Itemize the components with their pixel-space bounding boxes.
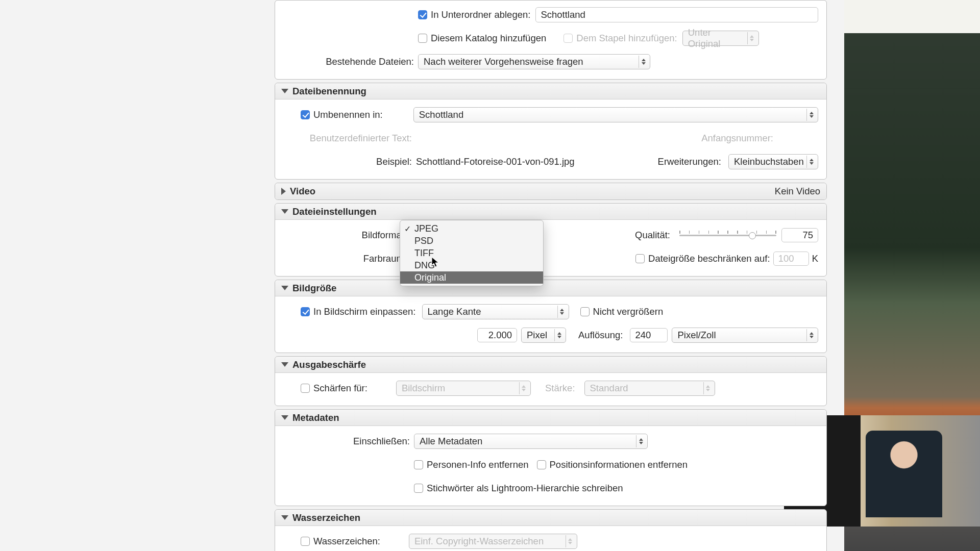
- example-value: Schottland-Fotoreise-001-von-091.jpg: [416, 156, 575, 167]
- fit-type-select[interactable]: Lange Kante: [422, 304, 569, 319]
- watermark-label: Wasserzeichen:: [313, 536, 380, 547]
- image-format-label: Bildformat:: [283, 230, 411, 241]
- example-label: Beispiel:: [283, 156, 416, 167]
- image-format-dropdown[interactable]: ✓JPEG PSD TIFF DNG Original: [400, 220, 544, 286]
- resize-fit-checkbox[interactable]: [301, 307, 310, 316]
- chevron-down-icon: [281, 415, 288, 420]
- rename-checkbox[interactable]: [301, 110, 310, 119]
- size-value-input[interactable]: 2.000: [477, 328, 517, 342]
- sharpen-for-label: Schärfen für:: [313, 383, 368, 394]
- rename-template-select[interactable]: Schottland: [413, 107, 818, 122]
- quality-slider[interactable]: [679, 231, 776, 240]
- video-header[interactable]: Video Kein Video: [275, 183, 826, 199]
- quality-input[interactable]: 75: [781, 228, 818, 242]
- extensions-select[interactable]: Kleinbuchstaben: [728, 154, 818, 169]
- colorspace-label: Farbraum:: [283, 253, 411, 264]
- no-enlarge-checkbox[interactable]: [580, 307, 590, 316]
- video-status: Kein Video: [775, 186, 820, 197]
- start-number-label: Anfangsnummer:: [701, 133, 777, 144]
- limit-size-label: Dateigröße beschränken auf:: [648, 253, 770, 264]
- output-sharpening-section: Ausgabeschärfe Schärfen für: Bildschirm …: [275, 356, 827, 406]
- subfolder-checkbox[interactable]: [418, 10, 427, 19]
- keywords-hierarchy-label: Stichwörter als Lightroom-Hierarchie sch…: [427, 483, 623, 494]
- format-option-tiff[interactable]: TIFF: [400, 247, 543, 259]
- size-unit-select[interactable]: Pixel: [521, 328, 566, 343]
- file-naming-section: Dateibenennung Umbenennen in: Schottland…: [275, 83, 827, 180]
- file-settings-header[interactable]: Dateieinstellungen: [275, 204, 826, 220]
- watermark-section: Wasserzeichen Wasserzeichen: Einf. Copyr…: [275, 509, 827, 551]
- chevron-down-icon: [281, 89, 288, 93]
- format-option-original[interactable]: Original: [400, 271, 543, 284]
- file-settings-section: Dateieinstellungen Bildformat: Qualität:…: [275, 203, 827, 277]
- watermark-select: Einf. Copyright-Wasserzeichen: [409, 534, 577, 549]
- image-size-section: Bildgröße In Bildschirm einpassen: Lange…: [275, 280, 827, 353]
- include-label: Einschließen:: [283, 436, 414, 447]
- file-naming-header[interactable]: Dateibenennung: [275, 83, 826, 99]
- sharpen-for-select: Bildschirm: [396, 381, 531, 396]
- resolution-input[interactable]: 240: [630, 328, 668, 342]
- video-section: Video Kein Video: [275, 183, 827, 200]
- resize-fit-label: In Bildschirm einpassen:: [313, 306, 416, 317]
- export-location-section-body: In Unterordner ablegen: Schottland Diese…: [275, 0, 827, 80]
- image-size-header[interactable]: Bildgröße: [275, 280, 826, 296]
- stack-position-select: Unter Original: [682, 31, 759, 46]
- format-option-dng[interactable]: DNG: [400, 259, 543, 271]
- limit-size-input[interactable]: 100: [773, 252, 809, 266]
- chevron-right-icon: [281, 188, 286, 195]
- sharpen-for-checkbox[interactable]: [301, 384, 310, 393]
- sharpen-amount-label: Stärke:: [545, 383, 579, 394]
- resolution-label: Auflösung:: [578, 330, 627, 341]
- custom-text-label: Benutzerdefinierter Text:: [283, 133, 416, 144]
- add-stack-checkbox: [564, 34, 573, 43]
- resolution-unit-select[interactable]: Pixel/Zoll: [672, 328, 818, 343]
- remove-location-checkbox[interactable]: [537, 460, 546, 469]
- limit-size-unit: K: [812, 253, 818, 264]
- format-option-jpeg[interactable]: ✓JPEG: [400, 222, 543, 235]
- no-enlarge-label: Nicht vergrößern: [593, 306, 664, 317]
- existing-files-select[interactable]: Nach weiterer Vorgehensweise fragen: [418, 54, 650, 69]
- add-stack-label: Dem Stapel hinzufügen:: [576, 33, 677, 44]
- remove-person-checkbox[interactable]: [414, 460, 423, 469]
- quality-label: Qualität:: [635, 230, 674, 241]
- remove-location-label: Positionsinformationen entfernen: [550, 459, 688, 470]
- format-option-psd[interactable]: PSD: [400, 235, 543, 247]
- metadata-section: Metadaten Einschließen: Alle Metadaten P…: [275, 409, 827, 506]
- limit-size-checkbox[interactable]: [635, 254, 645, 263]
- chevron-down-icon: [281, 515, 288, 520]
- watermark-header[interactable]: Wasserzeichen: [275, 510, 826, 526]
- subfolder-input[interactable]: Schottland: [535, 7, 818, 22]
- extensions-label: Erweiterungen:: [658, 156, 725, 167]
- sharpen-amount-select: Standard: [584, 381, 715, 396]
- add-catalog-label: Diesem Katalog hinzufügen: [431, 33, 546, 44]
- existing-files-label: Bestehende Dateien:: [283, 56, 418, 67]
- add-catalog-checkbox[interactable]: [418, 34, 427, 43]
- include-select[interactable]: Alle Metadaten: [414, 434, 648, 449]
- chevron-down-icon: [281, 209, 288, 214]
- chevron-down-icon: [281, 362, 288, 367]
- remove-person-label: Personen-Info entfernen: [427, 459, 529, 470]
- metadata-header[interactable]: Metadaten: [275, 410, 826, 426]
- rename-label: Umbenennen in:: [313, 109, 383, 120]
- watermark-checkbox[interactable]: [301, 537, 310, 546]
- subfolder-label: In Unterordner ablegen:: [431, 9, 530, 20]
- output-sharpening-header[interactable]: Ausgabeschärfe: [275, 357, 826, 373]
- chevron-down-icon: [281, 286, 288, 290]
- keywords-hierarchy-checkbox[interactable]: [414, 484, 423, 493]
